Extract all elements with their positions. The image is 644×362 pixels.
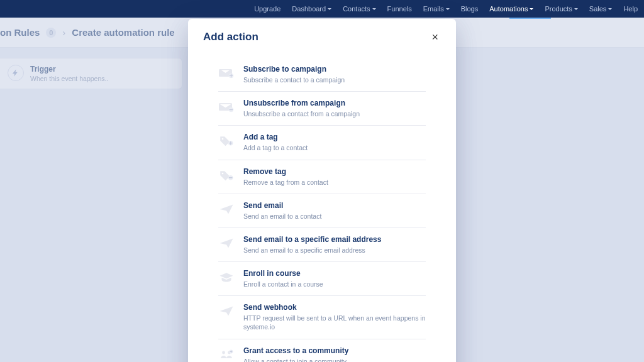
svg-point-2 [222, 138, 224, 140]
top-nav: UpgradeDashboardContactsFunnelsEmailsBlo… [0, 0, 644, 18]
action-desc: Remove a tag from a contact [243, 178, 328, 187]
action-title: Subscribe to campaign [243, 65, 345, 74]
tag-plus-icon [218, 134, 235, 148]
action-title: Unsubscribe from campaign [243, 99, 360, 107]
nav-item-label: Upgrade [254, 5, 280, 13]
chevron-down-icon [328, 8, 331, 10]
action-item[interactable]: Send webhookHTTP request will be sent to… [218, 296, 426, 339]
nav-item-label: Funnels [387, 5, 412, 13]
chevron-down-icon [372, 8, 376, 10]
nav-item-blogs[interactable]: Blogs [460, 0, 480, 18]
action-title: Send webhook [243, 303, 426, 312]
action-title: Send email [243, 201, 321, 210]
action-desc: Unsubscribe a contact from a campaign [243, 109, 360, 118]
action-item[interactable]: Unsubscribe from campaignUnsubscribe a c… [218, 92, 426, 126]
mail-plus-icon [218, 66, 235, 80]
add-action-modal: Add action × Subscribe to campaignSubscr… [188, 19, 456, 362]
nav-item-automations[interactable]: Automations [488, 0, 535, 18]
action-desc: Allow a contact to join a community [243, 357, 348, 362]
action-list: Subscribe to campaignSubscribe a contact… [203, 58, 441, 362]
nav-item-contacts[interactable]: Contacts [341, 0, 377, 18]
modal-title: Add action [203, 31, 258, 43]
community-icon [218, 348, 235, 361]
svg-point-6 [222, 351, 225, 354]
action-item[interactable]: Grant access to a communityAllow a conta… [218, 339, 426, 362]
action-desc: Send an email to a specific email addres… [243, 246, 381, 255]
action-desc: Subscribe a contact to a campaign [243, 75, 345, 84]
nav-item-products[interactable]: Products [543, 0, 579, 18]
action-desc: Add a tag to a contact [243, 143, 308, 152]
nav-item-label: Sales [589, 5, 607, 13]
nav-item-emails[interactable]: Emails [422, 0, 451, 18]
nav-item-funnels[interactable]: Funnels [386, 0, 413, 18]
chevron-down-icon [446, 8, 450, 10]
nav-item-sales[interactable]: Sales [588, 0, 614, 18]
action-item[interactable]: Add a tagAdd a tag to a contact [218, 126, 426, 160]
action-item[interactable]: Enroll in courseEnroll a contact in a co… [218, 262, 426, 296]
action-item[interactable]: Send email to a specific email addressSe… [218, 228, 426, 262]
send-icon [218, 236, 235, 250]
action-desc: Send an email to a contact [243, 212, 321, 221]
nav-item-label: Blogs [461, 5, 479, 13]
action-desc: Enroll a contact in a course [243, 280, 323, 288]
action-item[interactable]: Send emailSend an email to a contact [218, 194, 426, 228]
action-item[interactable]: Remove tagRemove a tag from a contact [218, 160, 426, 194]
tag-minus-icon [218, 168, 235, 182]
nav-item-label: Emails [423, 5, 444, 13]
send-icon [218, 202, 235, 216]
chevron-down-icon [608, 8, 612, 10]
action-desc: HTTP request will be sent to a URL when … [243, 314, 426, 331]
nav-item-label: Automations [489, 5, 528, 13]
grad-cap-icon [218, 270, 235, 284]
action-title: Enroll in course [243, 269, 323, 278]
svg-point-4 [222, 172, 224, 174]
chevron-down-icon [530, 8, 533, 10]
nav-item-label: Dashboard [292, 5, 326, 13]
nav-item-label: Help [623, 5, 638, 13]
nav-item-upgrade[interactable]: Upgrade [253, 0, 282, 18]
action-title: Send email to a specific email address [243, 235, 381, 244]
nav-item-help[interactable]: Help [622, 0, 639, 18]
action-title: Add a tag [243, 133, 308, 141]
send-icon [218, 304, 235, 318]
mail-minus-icon [218, 100, 235, 114]
chevron-down-icon [574, 8, 578, 10]
action-item[interactable]: Subscribe to campaignSubscribe a contact… [218, 58, 426, 92]
action-title: Remove tag [243, 167, 328, 176]
close-button[interactable]: × [429, 29, 441, 45]
action-title: Grant access to a community [243, 346, 348, 355]
nav-item-label: Contacts [343, 5, 370, 13]
nav-item-dashboard[interactable]: Dashboard [291, 0, 333, 18]
nav-item-label: Products [545, 5, 572, 13]
